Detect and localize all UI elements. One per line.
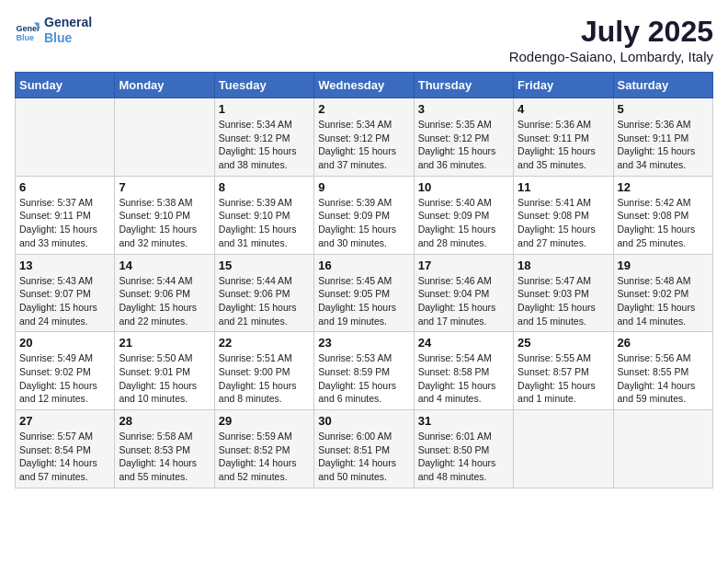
day-info: Sunrise: 6:01 AM Sunset: 8:50 PM Dayligh… <box>418 430 509 484</box>
calendar-cell: 29Sunrise: 5:59 AM Sunset: 8:52 PM Dayli… <box>214 410 313 488</box>
calendar-week-row: 13Sunrise: 5:43 AM Sunset: 9:07 PM Dayli… <box>16 254 713 332</box>
weekday-header: Sunday <box>16 73 115 98</box>
day-info: Sunrise: 5:55 AM Sunset: 8:57 PM Dayligh… <box>518 351 609 406</box>
weekday-header: Wednesday <box>314 73 414 98</box>
day-info: Sunrise: 5:41 AM Sunset: 9:08 PM Dayligh… <box>518 196 609 250</box>
day-number: 7 <box>119 180 210 194</box>
weekday-header: Saturday <box>613 73 712 98</box>
day-number: 9 <box>318 180 409 194</box>
month-title: July 2025 <box>509 15 713 49</box>
calendar-cell: 24Sunrise: 5:54 AM Sunset: 8:58 PM Dayli… <box>414 332 513 410</box>
page-header: General Blue General Blue July 2025 Rode… <box>15 15 713 64</box>
day-number: 14 <box>119 259 210 272</box>
calendar-table: SundayMondayTuesdayWednesdayThursdayFrid… <box>15 72 713 488</box>
calendar-cell: 6Sunrise: 5:37 AM Sunset: 9:11 PM Daylig… <box>16 176 115 254</box>
day-info: Sunrise: 5:37 AM Sunset: 9:11 PM Dayligh… <box>19 196 110 250</box>
day-info: Sunrise: 5:51 AM Sunset: 9:00 PM Dayligh… <box>219 351 310 406</box>
day-number: 19 <box>618 259 709 272</box>
day-info: Sunrise: 5:47 AM Sunset: 9:03 PM Dayligh… <box>518 274 609 328</box>
day-info: Sunrise: 5:49 AM Sunset: 9:02 PM Dayligh… <box>19 351 110 406</box>
day-info: Sunrise: 5:46 AM Sunset: 9:04 PM Dayligh… <box>418 274 509 328</box>
day-info: Sunrise: 5:42 AM Sunset: 9:08 PM Dayligh… <box>618 196 709 250</box>
calendar-cell: 9Sunrise: 5:39 AM Sunset: 9:09 PM Daylig… <box>314 176 414 254</box>
day-number: 25 <box>518 336 609 350</box>
day-number: 29 <box>219 414 310 428</box>
day-number: 8 <box>219 180 310 194</box>
day-info: Sunrise: 5:56 AM Sunset: 8:55 PM Dayligh… <box>618 351 709 406</box>
calendar-cell: 1Sunrise: 5:34 AM Sunset: 9:12 PM Daylig… <box>214 98 313 177</box>
day-info: Sunrise: 5:43 AM Sunset: 9:07 PM Dayligh… <box>19 274 110 328</box>
day-number: 4 <box>518 102 609 116</box>
day-number: 21 <box>119 336 210 350</box>
day-number: 11 <box>518 180 609 194</box>
calendar-cell <box>16 98 115 177</box>
calendar-cell: 27Sunrise: 5:57 AM Sunset: 8:54 PM Dayli… <box>16 410 115 488</box>
calendar-cell: 18Sunrise: 5:47 AM Sunset: 9:03 PM Dayli… <box>514 254 613 332</box>
calendar-cell: 20Sunrise: 5:49 AM Sunset: 9:02 PM Dayli… <box>16 332 115 410</box>
day-info: Sunrise: 5:39 AM Sunset: 9:10 PM Dayligh… <box>219 196 310 250</box>
calendar-cell <box>115 98 214 177</box>
day-info: Sunrise: 5:53 AM Sunset: 8:59 PM Dayligh… <box>318 351 409 406</box>
day-number: 16 <box>318 259 409 272</box>
day-number: 2 <box>318 102 409 116</box>
day-number: 22 <box>219 336 310 350</box>
weekday-header: Monday <box>115 73 214 98</box>
calendar-cell: 21Sunrise: 5:50 AM Sunset: 9:01 PM Dayli… <box>115 332 214 410</box>
calendar-cell: 30Sunrise: 6:00 AM Sunset: 8:51 PM Dayli… <box>314 410 414 488</box>
calendar-cell: 22Sunrise: 5:51 AM Sunset: 9:00 PM Dayli… <box>214 332 313 410</box>
calendar-cell: 11Sunrise: 5:41 AM Sunset: 9:08 PM Dayli… <box>514 176 613 254</box>
weekday-header: Tuesday <box>214 73 313 98</box>
calendar-cell: 12Sunrise: 5:42 AM Sunset: 9:08 PM Dayli… <box>613 176 712 254</box>
calendar-week-row: 6Sunrise: 5:37 AM Sunset: 9:11 PM Daylig… <box>16 176 713 254</box>
calendar-cell: 5Sunrise: 5:36 AM Sunset: 9:11 PM Daylig… <box>613 98 712 177</box>
calendar-cell: 15Sunrise: 5:44 AM Sunset: 9:06 PM Dayli… <box>214 254 313 332</box>
day-number: 5 <box>618 102 709 116</box>
day-info: Sunrise: 5:59 AM Sunset: 8:52 PM Dayligh… <box>219 430 310 484</box>
calendar-header-row: SundayMondayTuesdayWednesdayThursdayFrid… <box>16 73 713 98</box>
day-number: 26 <box>618 336 709 350</box>
day-info: Sunrise: 5:34 AM Sunset: 9:12 PM Dayligh… <box>318 118 409 172</box>
day-number: 17 <box>418 259 509 272</box>
day-number: 27 <box>19 414 110 428</box>
calendar-cell: 4Sunrise: 5:36 AM Sunset: 9:11 PM Daylig… <box>514 98 613 177</box>
title-block: July 2025 Rodengo-Saiano, Lombardy, Ital… <box>509 15 713 64</box>
day-info: Sunrise: 5:36 AM Sunset: 9:11 PM Dayligh… <box>518 118 609 172</box>
day-number: 23 <box>318 336 409 350</box>
day-number: 15 <box>219 259 310 272</box>
logo-line2: Blue <box>44 30 92 46</box>
weekday-header: Thursday <box>414 73 513 98</box>
calendar-cell: 13Sunrise: 5:43 AM Sunset: 9:07 PM Dayli… <box>16 254 115 332</box>
calendar-cell: 14Sunrise: 5:44 AM Sunset: 9:06 PM Dayli… <box>115 254 214 332</box>
day-info: Sunrise: 5:44 AM Sunset: 9:06 PM Dayligh… <box>119 274 210 328</box>
day-info: Sunrise: 5:57 AM Sunset: 8:54 PM Dayligh… <box>19 430 110 484</box>
day-info: Sunrise: 5:40 AM Sunset: 9:09 PM Dayligh… <box>418 196 509 250</box>
calendar-cell: 2Sunrise: 5:34 AM Sunset: 9:12 PM Daylig… <box>314 98 414 177</box>
day-info: Sunrise: 5:45 AM Sunset: 9:05 PM Dayligh… <box>318 274 409 328</box>
logo-icon: General Blue <box>15 17 40 43</box>
calendar-cell: 28Sunrise: 5:58 AM Sunset: 8:53 PM Dayli… <box>115 410 214 488</box>
day-number: 13 <box>19 259 110 272</box>
day-info: Sunrise: 5:48 AM Sunset: 9:02 PM Dayligh… <box>618 274 709 328</box>
day-number: 1 <box>219 102 310 116</box>
calendar-cell: 17Sunrise: 5:46 AM Sunset: 9:04 PM Dayli… <box>414 254 513 332</box>
calendar-cell: 16Sunrise: 5:45 AM Sunset: 9:05 PM Dayli… <box>314 254 414 332</box>
calendar-cell: 31Sunrise: 6:01 AM Sunset: 8:50 PM Dayli… <box>414 410 513 488</box>
day-number: 24 <box>418 336 509 350</box>
day-number: 10 <box>418 180 509 194</box>
day-info: Sunrise: 5:39 AM Sunset: 9:09 PM Dayligh… <box>318 196 409 250</box>
day-info: Sunrise: 5:36 AM Sunset: 9:11 PM Dayligh… <box>618 118 709 172</box>
day-number: 6 <box>19 180 110 194</box>
day-number: 20 <box>19 336 110 350</box>
calendar-cell: 19Sunrise: 5:48 AM Sunset: 9:02 PM Dayli… <box>613 254 712 332</box>
logo-line1: General <box>44 15 92 30</box>
calendar-cell <box>613 410 712 488</box>
day-number: 18 <box>518 259 609 272</box>
calendar-cell: 10Sunrise: 5:40 AM Sunset: 9:09 PM Dayli… <box>414 176 513 254</box>
location-title: Rodengo-Saiano, Lombardy, Italy <box>509 49 713 64</box>
day-number: 30 <box>318 414 409 428</box>
calendar-cell: 7Sunrise: 5:38 AM Sunset: 9:10 PM Daylig… <box>115 176 214 254</box>
calendar-cell: 25Sunrise: 5:55 AM Sunset: 8:57 PM Dayli… <box>514 332 613 410</box>
day-info: Sunrise: 5:34 AM Sunset: 9:12 PM Dayligh… <box>219 118 310 172</box>
day-info: Sunrise: 5:54 AM Sunset: 8:58 PM Dayligh… <box>418 351 509 406</box>
calendar-week-row: 1Sunrise: 5:34 AM Sunset: 9:12 PM Daylig… <box>16 98 713 177</box>
